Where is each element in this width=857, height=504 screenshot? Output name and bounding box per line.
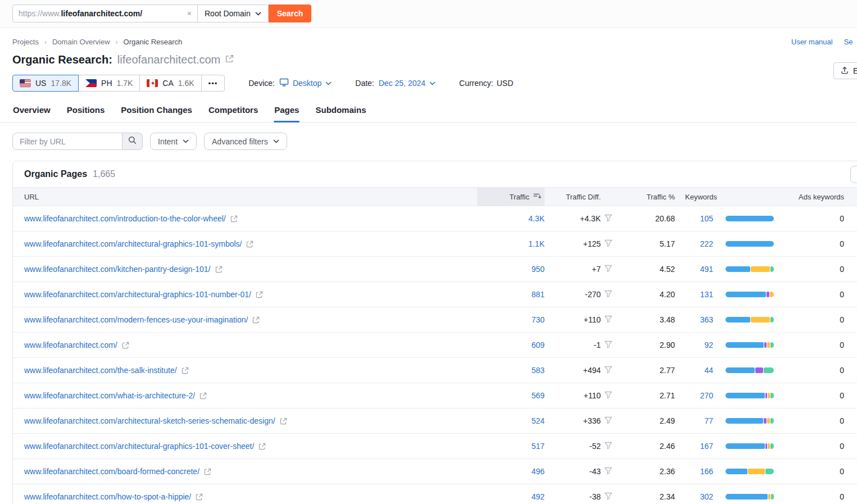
row-keywords[interactable]: 270 [700, 391, 713, 400]
clear-input-icon[interactable]: × [187, 10, 192, 17]
tab-subdomains[interactable]: Subdomains [315, 105, 366, 122]
row-traffic[interactable]: 950 [532, 265, 545, 274]
country-tab-ph[interactable]: PH 1.7K [78, 75, 140, 92]
advanced-filters-dropdown[interactable]: Advanced filters [204, 133, 287, 150]
date-select[interactable]: Dec 25, 2024 [379, 79, 436, 88]
device-select[interactable]: Desktop [279, 78, 332, 88]
page-url-link[interactable]: www.lifeofanarchitect.com/architectural-… [24, 290, 251, 299]
row-keywords[interactable]: 131 [700, 290, 713, 299]
external-link-icon[interactable] [182, 367, 189, 374]
filter-funnel-icon[interactable] [604, 492, 613, 502]
row-traffic[interactable]: 730 [532, 315, 545, 324]
row-traffic[interactable]: 1.1K [528, 239, 545, 248]
external-link-icon[interactable] [196, 493, 203, 501]
user-manual-link[interactable]: User manual [791, 38, 833, 46]
filter-funnel-icon[interactable] [604, 416, 613, 426]
intent-dropdown[interactable]: Intent [150, 133, 197, 150]
external-link-icon[interactable] [246, 240, 253, 248]
row-keywords[interactable]: 363 [700, 315, 713, 324]
page-url-link[interactable]: www.lifeofanarchitect.com/the-salk-insti… [24, 366, 177, 375]
filter-funnel-icon[interactable] [604, 340, 613, 350]
page-url-link[interactable]: www.lifeofanarchitect.com/board-formed-c… [24, 467, 199, 476]
column-header-ads-keywords[interactable]: Ads keywords [774, 188, 844, 206]
filter-funnel-icon[interactable] [604, 467, 613, 476]
tab-position-changes[interactable]: Position Changes [120, 105, 193, 122]
filter-by-url-input[interactable] [12, 133, 123, 150]
more-countries-button[interactable]: ••• [201, 75, 225, 92]
external-link-icon[interactable] [199, 392, 207, 399]
external-link-icon[interactable] [256, 291, 263, 298]
external-link-icon[interactable] [122, 342, 129, 349]
row-keywords[interactable]: 302 [700, 492, 713, 501]
breadcrumb-domain-overview[interactable]: Domain Overview [52, 38, 110, 46]
row-traffic[interactable]: 609 [532, 340, 545, 349]
tab-competitors[interactable]: Competitors [208, 105, 259, 122]
tab-overview[interactable]: Overview [12, 105, 51, 122]
breadcrumb-projects[interactable]: Projects [12, 38, 39, 46]
row-traffic[interactable]: 4.3K [528, 214, 545, 223]
page-url-link[interactable]: www.lifeofanarchitect.com/ [24, 340, 117, 349]
column-header-url[interactable]: URL [13, 188, 477, 206]
send-feedback-link[interactable]: Se [844, 38, 853, 46]
page-url-link[interactable]: www.lifeofanarchitect.com/modern-fences-… [24, 315, 248, 324]
filter-funnel-icon[interactable] [604, 315, 613, 325]
tab-positions[interactable]: Positions [66, 105, 106, 122]
external-link-icon[interactable] [259, 443, 266, 450]
filter-funnel-icon[interactable] [604, 265, 613, 274]
row-keywords[interactable]: 491 [700, 265, 713, 274]
keywords-intent-bar [725, 367, 774, 373]
row-traffic[interactable]: 524 [532, 416, 545, 425]
filter-funnel-icon[interactable] [604, 442, 613, 451]
domain-input[interactable]: https://www.lifeofanarchitect.com/ × [12, 4, 198, 22]
row-traffic-pct: 2.46 [660, 442, 675, 451]
external-link-icon[interactable] [215, 266, 223, 273]
filter-funnel-icon[interactable] [604, 366, 613, 375]
row-traffic[interactable]: 492 [532, 492, 545, 501]
row-traffic-diff: -1 [594, 340, 601, 349]
external-link-icon[interactable] [225, 55, 234, 65]
chevron-down-icon [255, 12, 261, 16]
country-tab-us[interactable]: US 17.8K [12, 75, 79, 92]
page-url-link[interactable]: www.lifeofanarchitect.com/kitchen-pantry… [24, 265, 211, 274]
filter-funnel-icon[interactable] [604, 391, 613, 401]
page-url-link[interactable]: www.lifeofanarchitect.com/introduction-t… [24, 214, 226, 223]
column-header-keywords[interactable]: Keywords [675, 188, 774, 206]
row-traffic-pct: 5.17 [660, 239, 675, 248]
page-url-link[interactable]: www.lifeofanarchitect.com/architectural-… [24, 239, 242, 248]
page-url-link[interactable]: www.lifeofanarchitect.com/architectural-… [24, 416, 275, 425]
export-table-button[interactable] [850, 166, 857, 183]
apply-filter-button[interactable] [123, 133, 143, 150]
external-link-icon[interactable] [280, 417, 287, 425]
filter-funnel-icon[interactable] [604, 214, 613, 224]
column-header-traffic-pct[interactable]: Traffic % [615, 188, 675, 206]
row-traffic[interactable]: 569 [532, 391, 545, 400]
page-url-link[interactable]: www.lifeofanarchitect.com/architectural-… [24, 442, 254, 451]
tab-pages[interactable]: Pages [274, 105, 300, 122]
row-keywords[interactable]: 92 [704, 340, 713, 349]
date-label: Date: [355, 79, 374, 88]
external-link-icon[interactable] [230, 215, 238, 223]
country-tab-ca[interactable]: CA 1.6K [139, 75, 201, 92]
row-traffic[interactable]: 583 [532, 366, 545, 375]
row-keywords[interactable]: 222 [700, 239, 713, 248]
row-keywords[interactable]: 166 [700, 467, 713, 476]
row-keywords[interactable]: 77 [704, 416, 713, 425]
row-traffic[interactable]: 496 [532, 467, 545, 476]
table-count: 1,665 [93, 169, 115, 179]
external-link-icon[interactable] [252, 316, 260, 324]
export-button[interactable]: Ex [833, 62, 857, 79]
row-keywords[interactable]: 105 [700, 214, 713, 223]
page-url-link[interactable]: www.lifeofanarchitect.com/what-is-archit… [24, 391, 195, 400]
page-url-link[interactable]: www.lifeofanarchitect.com/how-to-spot-a-… [24, 492, 191, 501]
search-button[interactable]: Search [269, 4, 312, 22]
filter-funnel-icon[interactable] [604, 290, 613, 299]
row-keywords[interactable]: 44 [704, 366, 713, 375]
row-traffic[interactable]: 881 [532, 290, 545, 299]
column-header-traffic-diff[interactable]: Traffic Diff. [545, 188, 601, 206]
row-traffic[interactable]: 517 [532, 442, 545, 451]
row-keywords[interactable]: 167 [700, 442, 713, 451]
column-header-traffic[interactable]: Traffic [477, 188, 545, 206]
filter-funnel-icon[interactable] [604, 239, 613, 249]
search-scope-select[interactable]: Root Domain [197, 4, 269, 22]
external-link-icon[interactable] [204, 468, 211, 475]
